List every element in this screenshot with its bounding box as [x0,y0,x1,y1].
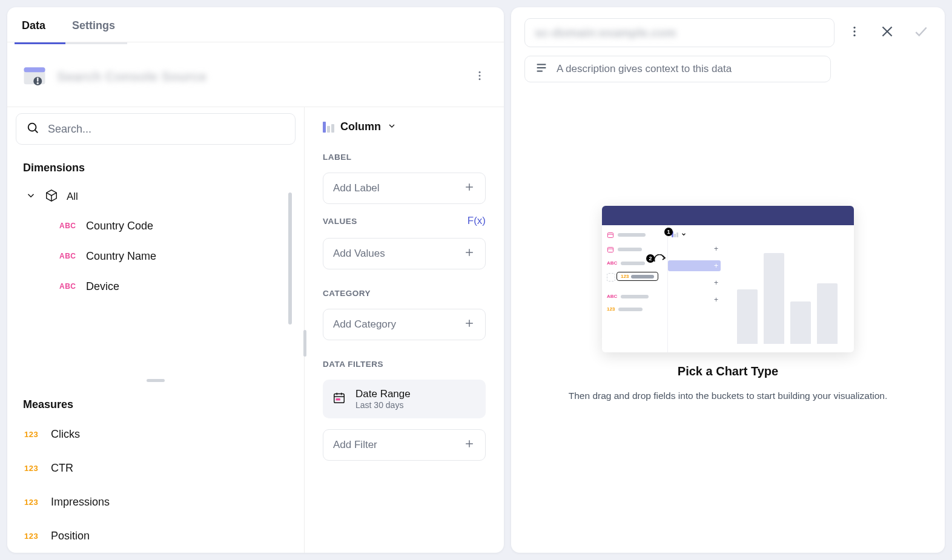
data-source-name: Search Console Source [57,69,207,85]
svg-rect-3 [37,77,39,82]
number-type-icon: 123 [24,498,41,507]
plus-icon [463,181,475,196]
chevron-down-icon [387,121,397,133]
category-section-heading: CATEGORY [323,289,486,298]
svg-rect-31 [608,233,613,238]
dimension-country-name[interactable]: ABC Country Name [16,241,296,271]
measure-position[interactable]: 123 Position [16,519,296,553]
dimensions-all-label: All [67,191,78,203]
column-chart-icon [323,122,334,133]
field-label: Country Code [86,220,153,232]
chevron-down-icon [25,190,36,203]
data-panel: Data Settings Search Console Source [7,7,504,553]
data-source-more-button[interactable] [470,66,489,88]
formula-button[interactable]: F(x) [468,215,486,227]
plus-icon [463,246,475,261]
add-label-dropzone[interactable]: Add Label [323,173,486,204]
horizontal-split-handle[interactable] [303,330,306,357]
add-values-dropzone[interactable]: Add Values [323,238,486,269]
svg-point-5 [479,71,481,73]
field-label: Device [86,280,119,293]
tab-settings[interactable]: Settings [72,19,115,42]
measures-list: 123 Clicks 123 CTR 123 Impressions 123 P… [7,417,304,553]
search-input[interactable] [48,123,285,136]
field-label: Impressions [51,496,110,509]
svg-point-6 [479,75,481,77]
add-category-placeholder: Add Category [333,318,396,331]
chart-title-input[interactable]: sc-domain:example.com [524,18,835,47]
data-source-header: Search Console Source [7,42,504,107]
vertical-split-handle[interactable] [7,373,304,387]
svg-point-24 [853,30,855,32]
panel-tabs: Data Settings [7,7,504,42]
dimensions-all-node[interactable]: All [16,183,296,211]
data-filters-heading: DATA FILTERS [323,360,486,369]
number-type-icon: 123 [24,430,41,439]
svg-rect-16 [334,394,345,403]
measure-impressions[interactable]: 123 Impressions [16,485,296,519]
add-category-dropzone[interactable]: Add Category [323,309,486,340]
chart-type-label: Column [340,120,381,133]
description-placeholder: A description gives context to this data [557,63,732,75]
empty-state-illustration: ABC 123 ABC 123 1 [602,206,854,352]
confirm-button[interactable] [911,21,931,44]
svg-rect-20 [336,398,340,401]
cube-icon [45,189,58,205]
svg-point-23 [853,27,855,28]
canvas-header: sc-domain:example.com [511,7,945,52]
description-input[interactable]: A description gives context to this data [524,56,831,82]
calendar-icon [332,391,346,407]
search-icon [26,121,39,137]
text-type-icon: ABC [59,222,76,230]
add-filter-dropzone[interactable]: Add Filter [323,429,486,461]
svg-point-8 [28,124,36,131]
dimensions-heading: Dimensions [7,145,304,180]
text-type-icon: ABC [59,252,76,260]
description-icon [535,61,548,77]
svg-line-9 [35,130,38,133]
svg-rect-33 [608,248,613,252]
chart-title-text: sc-domain:example.com [535,26,676,40]
dimensions-list: All ABC Country Code ABC Country Name AB… [7,180,304,373]
measures-heading: Measures [7,387,304,417]
empty-state-subtitle: Then drag and drop fields into the bucke… [569,390,887,401]
chart-more-button[interactable] [845,22,864,43]
date-range-title: Date Range [355,388,411,400]
date-range-filter[interactable]: Date Range Last 30 days [323,380,486,418]
dimension-device[interactable]: ABC Device [16,271,296,301]
chart-canvas: ABC 123 ABC 123 1 [511,91,945,553]
empty-state-title: Pick a Chart Type [678,364,778,378]
dimension-country-code[interactable]: ABC Country Code [16,211,296,241]
svg-point-25 [853,35,855,36]
add-label-placeholder: Add Label [333,182,380,194]
field-search[interactable] [16,113,296,145]
chart-config-column: Column LABEL Add Label VALUES F(x) Add V… [304,107,504,553]
data-source-icon [22,64,47,90]
svg-rect-1 [24,67,45,72]
field-label: Country Name [86,250,156,263]
tab-data[interactable]: Data [22,19,45,42]
plus-icon [463,438,475,452]
measure-ctr[interactable]: 123 CTR [16,451,296,485]
date-range-subtitle: Last 30 days [355,400,411,410]
label-section-heading: LABEL [323,153,486,162]
field-label: CTR [51,462,73,475]
add-filter-placeholder: Add Filter [333,439,377,451]
fields-column: Dimensions All ABC Country Code [7,107,304,553]
svg-point-7 [479,78,481,80]
canvas-panel: sc-domain:example.com A description give… [511,7,945,553]
close-button[interactable] [877,21,897,44]
field-label: Clicks [51,428,80,441]
add-values-placeholder: Add Values [333,248,385,260]
svg-point-4 [37,82,39,85]
text-type-icon: ABC [59,282,76,291]
number-type-icon: 123 [24,464,41,473]
dimensions-scrollbar[interactable] [288,193,292,324]
values-section-heading: VALUES [323,217,357,226]
measure-clicks[interactable]: 123 Clicks [16,417,296,451]
field-label: Position [51,530,90,542]
number-type-icon: 123 [24,532,41,541]
plus-icon [463,317,475,332]
chart-type-selector[interactable]: Column [323,118,486,133]
